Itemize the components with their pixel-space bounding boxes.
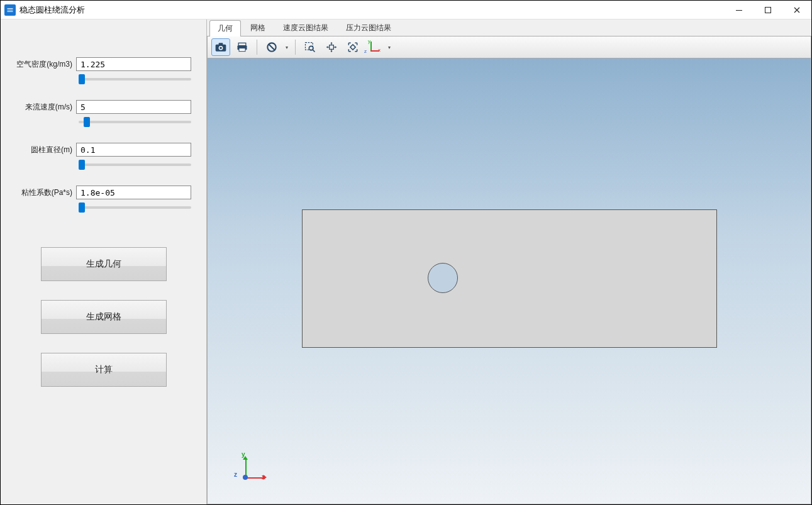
- viscosity-label: 粘性系数(Pa*s): [16, 187, 76, 198]
- tab-geometry[interactable]: 几何: [209, 20, 241, 36]
- domain-rectangle: [302, 209, 717, 348]
- svg-line-13: [313, 50, 314, 52]
- axis-widget: x y z: [239, 453, 270, 485]
- cylinder-circle: [428, 263, 458, 293]
- prohibit-button[interactable]: [262, 38, 281, 56]
- svg-rect-14: [330, 45, 334, 50]
- axis-view-button[interactable]: x y z: [365, 38, 384, 56]
- pan-button[interactable]: [322, 38, 341, 56]
- axis-y-label: y: [242, 451, 245, 458]
- axis-view-dropdown[interactable]: ▾: [386, 38, 392, 56]
- toolbar-separator: [257, 40, 257, 55]
- svg-rect-19: [350, 45, 355, 50]
- tab-pressure-result[interactable]: 压力云图结果: [338, 19, 399, 36]
- svg-rect-8: [239, 48, 245, 52]
- fit-view-button[interactable]: [343, 38, 362, 56]
- generate-geometry-button[interactable]: 生成几何: [41, 247, 167, 281]
- diameter-input[interactable]: [76, 143, 191, 157]
- minimize-button[interactable]: [725, 1, 754, 19]
- svg-rect-6: [238, 43, 246, 45]
- camera-button[interactable]: [211, 38, 230, 56]
- viscosity-slider[interactable]: [79, 206, 191, 209]
- toolbar-separator: [295, 40, 296, 55]
- diameter-slider[interactable]: [79, 164, 191, 166]
- compute-button[interactable]: 计算: [41, 353, 167, 387]
- density-input[interactable]: [76, 57, 191, 71]
- tab-mesh[interactable]: 网格: [242, 19, 274, 36]
- svg-point-4: [220, 47, 222, 49]
- param-row-viscosity: 粘性系数(Pa*s): [16, 186, 191, 199]
- svg-rect-1: [765, 7, 771, 13]
- toolbar: ▾ x y z ▾: [207, 36, 811, 58]
- velocity-label: 来流速度(m/s): [16, 102, 76, 113]
- window-title: 稳态圆柱绕流分析: [19, 4, 85, 16]
- velocity-slider[interactable]: [79, 121, 191, 123]
- app-icon: [4, 4, 16, 16]
- viewport[interactable]: x y z: [207, 58, 811, 504]
- zoom-area-button[interactable]: [301, 38, 320, 56]
- param-row-density: 空气密度(kg/m3): [16, 57, 191, 71]
- axis-x-label: x: [262, 474, 265, 480]
- svg-line-10: [269, 44, 274, 50]
- sidebar: 空气密度(kg/m3) 来流速度(m/s) 圆柱直径(m) 粘性系数(Pa*s): [1, 19, 207, 504]
- axis-triad-icon: x y z: [367, 40, 382, 55]
- titlebar: 稳态圆柱绕流分析: [1, 1, 811, 19]
- viscosity-input[interactable]: [76, 186, 191, 199]
- density-slider[interactable]: [79, 78, 191, 80]
- tabs: 几何 网格 速度云图结果 压力云图结果: [207, 19, 811, 36]
- param-row-velocity: 来流速度(m/s): [16, 100, 191, 114]
- tab-velocity-result[interactable]: 速度云图结果: [275, 19, 336, 36]
- close-button[interactable]: [782, 1, 811, 19]
- diameter-label: 圆柱直径(m): [16, 145, 76, 155]
- prohibit-dropdown[interactable]: ▾: [284, 38, 290, 56]
- axis-z-label: z: [234, 471, 237, 478]
- density-label: 空气密度(kg/m3): [16, 59, 76, 70]
- generate-mesh-button[interactable]: 生成网格: [41, 300, 167, 334]
- print-button[interactable]: [233, 38, 252, 56]
- velocity-input[interactable]: [76, 100, 191, 114]
- svg-rect-5: [219, 43, 223, 45]
- param-row-diameter: 圆柱直径(m): [16, 143, 191, 157]
- svg-rect-0: [736, 10, 742, 11]
- maximize-button[interactable]: [754, 1, 782, 19]
- main-panel: 几何 网格 速度云图结果 压力云图结果 ▾: [207, 19, 811, 504]
